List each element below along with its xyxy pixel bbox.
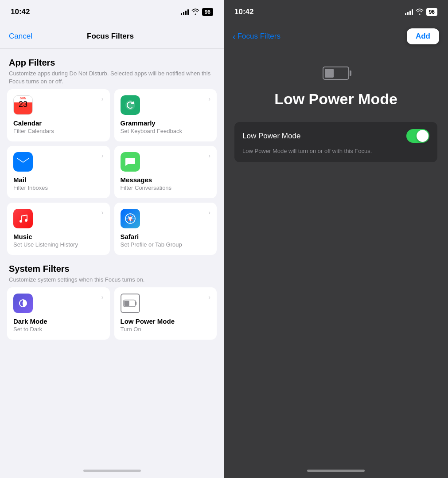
app-card-lowpower[interactable]: › Low Power Mode Turn On (114, 287, 217, 340)
app-name-safari: Safari (121, 233, 211, 240)
chevron-left-icon: ‹ (233, 31, 236, 42)
darkmode-icon (13, 294, 33, 313)
svg-rect-13 (135, 302, 136, 305)
add-button[interactable]: Add (407, 28, 439, 44)
chevron-right-icon: › (208, 152, 210, 159)
toggle-knob (417, 130, 429, 142)
left-home-indicator (0, 463, 224, 478)
right-time: 10:42 (234, 8, 253, 16)
wifi-icon (191, 8, 199, 16)
app-name-music: Music (13, 233, 104, 240)
app-card-messages[interactable]: › Messages Filter Conversations (114, 146, 217, 198)
app-name-mail: Mail (13, 176, 104, 184)
app-name-grammarly: Grammarly (121, 119, 211, 127)
back-button[interactable]: ‹ Focus Filters (233, 31, 280, 42)
app-card-safari[interactable]: › Safari Set Profile or Tab Group (114, 203, 217, 255)
app-sub-mail: Filter Inboxes (13, 184, 104, 192)
chevron-right-icon: › (101, 294, 104, 301)
safari-icon (121, 209, 140, 228)
left-nav-bar: Cancel Focus Filters (0, 24, 224, 49)
right-status-bar: 10:42 96 (224, 0, 448, 24)
left-scroll-content: App Filters Customize apps during Do Not… (0, 49, 224, 463)
app-sub-music: Set Use Listening History (13, 241, 104, 249)
svg-point-10 (22, 302, 24, 305)
home-bar (83, 470, 141, 472)
messages-icon (121, 152, 140, 172)
app-filters-title: App Filters (9, 58, 217, 68)
left-status-bar: 10:42 96 (0, 0, 224, 24)
app-card-grammarly[interactable]: › Grammarly Set Keyboard Feedback (114, 89, 217, 141)
svg-rect-12 (124, 301, 129, 306)
chevron-right-icon: › (101, 152, 104, 159)
chevron-right-icon: › (208, 209, 210, 216)
svg-point-2 (19, 220, 22, 223)
music-icon (13, 209, 33, 228)
app-card-music[interactable]: › Music Set Use Listening History (7, 203, 110, 255)
app-card-calendar[interactable]: › SUN 23 Calendar Filter Calendars (7, 89, 110, 141)
app-sub-grammarly: Set Keyboard Feedback (121, 128, 211, 135)
calendar-icon: SUN 23 (13, 95, 33, 115)
signal-icon (181, 9, 189, 15)
left-nav-title: Focus Filters (87, 32, 134, 41)
lpm-title: Low Power Mode (274, 90, 397, 108)
back-label: Focus Filters (238, 32, 280, 41)
system-filters-section: System Filters Customize system settings… (7, 264, 217, 340)
grammarly-icon (121, 95, 140, 115)
app-sub-calendar: Filter Calendars (13, 128, 104, 135)
setting-label: Low Power Mode (242, 132, 300, 141)
system-filters-header: System Filters Customize system settings… (7, 264, 217, 284)
app-filters-grid: › SUN 23 Calendar Filter Calendars › (7, 89, 217, 255)
signal-icon (405, 9, 413, 15)
app-filters-header: App Filters Customize apps during Do Not… (7, 58, 217, 86)
right-status-icons: 96 (405, 8, 437, 16)
svg-point-3 (25, 219, 27, 222)
chevron-right-icon: › (208, 95, 210, 102)
cancel-button[interactable]: Cancel (9, 32, 32, 41)
battery-fill (325, 69, 334, 78)
app-card-darkmode[interactable]: › Dark Mode Set to Dark (7, 287, 110, 340)
wifi-icon (416, 8, 424, 16)
app-name-messages: Messages (121, 176, 211, 184)
app-sub-lowpower: Turn On (121, 326, 211, 333)
right-main-content: Low Power Mode Low Power Mode Low Power … (224, 49, 448, 463)
right-phone: 10:42 96 ‹ Focus Filters Add (224, 0, 448, 478)
battery-large-icon (323, 67, 349, 80)
left-time: 10:42 (11, 8, 30, 16)
left-status-icons: 96 (181, 8, 213, 16)
system-filters-desc: Customize system settings when this Focu… (9, 276, 217, 284)
chevron-right-icon: › (101, 95, 104, 102)
app-sub-safari: Set Profile or Tab Group (121, 241, 211, 249)
app-sub-messages: Filter Conversations (121, 184, 211, 192)
battery-badge: 96 (426, 8, 437, 16)
mail-icon (13, 152, 33, 172)
setting-card: Low Power Mode Low Power Mode will turn … (234, 122, 437, 162)
lowpower-icon (121, 294, 140, 313)
low-power-toggle[interactable] (406, 129, 429, 143)
system-filters-grid: › Dark Mode Set to Dark › (7, 287, 217, 340)
app-card-mail[interactable]: › Mail Filter Inboxes (7, 146, 110, 198)
chevron-right-icon: › (101, 209, 104, 216)
left-phone: 10:42 96 Cancel Focus Filters (0, 0, 224, 478)
system-filters-title: System Filters (9, 264, 217, 274)
app-name-darkmode: Dark Mode (13, 317, 104, 325)
svg-rect-1 (17, 157, 29, 166)
app-sub-darkmode: Set to Dark (13, 326, 104, 333)
app-name-calendar: Calendar (13, 119, 104, 127)
app-filters-desc: Customize apps during Do Not Disturb. Se… (9, 70, 217, 86)
home-bar (307, 470, 365, 472)
battery-badge: 96 (202, 8, 213, 16)
app-name-lowpower: Low Power Mode (121, 317, 211, 325)
chevron-right-icon: › (208, 294, 210, 301)
setting-row: Low Power Mode (242, 129, 429, 143)
setting-note: Low Power Mode will turn on or off with … (242, 147, 429, 155)
right-home-indicator (224, 463, 448, 478)
right-nav-bar: ‹ Focus Filters Add (224, 24, 448, 49)
